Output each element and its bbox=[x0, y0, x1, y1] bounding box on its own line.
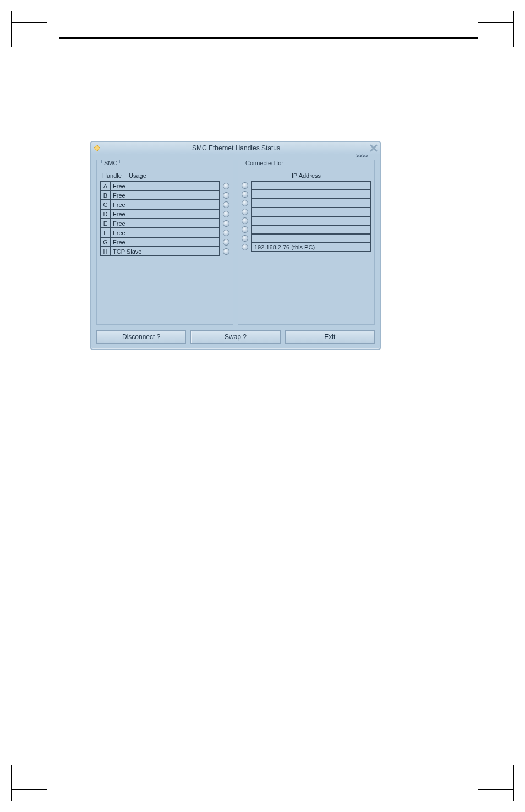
dialog-title: SMC Ethernet Handles Status bbox=[103, 144, 369, 152]
handle-cell: B bbox=[101, 191, 111, 200]
smc-panel: SMC Handle Usage A Free B Free bbox=[96, 160, 233, 325]
crop-mark bbox=[11, 22, 47, 23]
ip-cell bbox=[251, 208, 371, 216]
ip-radio[interactable] bbox=[242, 200, 248, 206]
handle-row: E Free bbox=[100, 219, 229, 228]
ip-cell bbox=[251, 225, 371, 234]
app-icon bbox=[93, 144, 101, 152]
usage-cell: Free bbox=[111, 182, 220, 190]
handle-radio[interactable] bbox=[223, 248, 229, 255]
ethernet-handles-dialog: SMC Ethernet Handles Status SMC Handle U… bbox=[90, 141, 381, 350]
ip-row bbox=[242, 234, 371, 243]
ip-radio[interactable] bbox=[242, 235, 248, 242]
handle-row: C Free bbox=[100, 200, 229, 209]
titlebar[interactable]: SMC Ethernet Handles Status bbox=[91, 142, 380, 154]
col-header-usage: Usage bbox=[124, 172, 229, 179]
connected-to-panel: >>>> Connected to: IP Address bbox=[238, 160, 375, 325]
crop-mark bbox=[11, 789, 47, 790]
usage-cell: Free bbox=[111, 191, 220, 200]
handle-cell: H bbox=[101, 247, 111, 256]
swap-button[interactable]: Swap ? bbox=[190, 330, 280, 344]
ip-cell bbox=[251, 190, 371, 199]
col-header-ip: IP Address bbox=[242, 172, 371, 181]
ip-row bbox=[242, 190, 371, 199]
usage-cell: Free bbox=[111, 238, 220, 247]
ip-row bbox=[242, 208, 371, 216]
crop-mark bbox=[478, 789, 514, 790]
connected-panel-legend: Connected to: bbox=[243, 160, 286, 166]
chevrons-icon: >>>> bbox=[356, 152, 368, 159]
handle-cell: F bbox=[101, 228, 111, 237]
handle-cell: G bbox=[101, 238, 111, 247]
ip-cell bbox=[251, 216, 371, 225]
ip-radio[interactable] bbox=[242, 209, 248, 215]
crop-mark bbox=[11, 11, 12, 47]
handle-row: A Free bbox=[100, 181, 229, 190]
ip-radio[interactable] bbox=[242, 182, 248, 189]
exit-button[interactable]: Exit bbox=[285, 330, 375, 344]
handle-row: G Free bbox=[100, 237, 229, 247]
handle-cell: D bbox=[101, 210, 111, 219]
handle-row: H TCP Slave bbox=[100, 247, 229, 256]
close-icon[interactable] bbox=[369, 144, 378, 152]
handle-radio[interactable] bbox=[223, 220, 229, 227]
ip-radio[interactable] bbox=[242, 217, 248, 224]
ip-cell bbox=[251, 199, 371, 208]
usage-cell: TCP Slave bbox=[111, 247, 220, 256]
usage-cell: Free bbox=[111, 210, 220, 219]
usage-cell: Free bbox=[111, 200, 220, 209]
handle-cell: E bbox=[101, 219, 111, 228]
usage-cell: Free bbox=[111, 228, 220, 237]
col-header-handle: Handle bbox=[102, 172, 124, 179]
smc-panel-legend: SMC bbox=[101, 160, 120, 166]
ip-radio[interactable] bbox=[242, 244, 248, 250]
ip-row: 192.168.2.76 (this PC) bbox=[242, 243, 371, 252]
page-rule bbox=[59, 37, 478, 39]
crop-mark bbox=[11, 765, 12, 801]
handle-radio[interactable] bbox=[223, 192, 229, 199]
svg-marker-1 bbox=[94, 145, 100, 151]
handle-row: F Free bbox=[100, 228, 229, 237]
ip-radio[interactable] bbox=[242, 191, 248, 198]
ip-radio[interactable] bbox=[242, 226, 248, 233]
disconnect-button[interactable]: Disconnect ? bbox=[96, 330, 186, 344]
ip-cell bbox=[251, 181, 371, 190]
handle-cell: A bbox=[101, 182, 111, 190]
handle-radio[interactable] bbox=[223, 183, 229, 189]
crop-mark bbox=[513, 765, 514, 801]
ip-row bbox=[242, 225, 371, 234]
ip-cell bbox=[251, 234, 371, 243]
handle-row: B Free bbox=[100, 190, 229, 200]
handle-radio[interactable] bbox=[223, 211, 229, 217]
ip-row bbox=[242, 199, 371, 208]
crop-mark bbox=[513, 11, 514, 47]
crop-mark bbox=[478, 22, 514, 23]
handle-radio[interactable] bbox=[223, 239, 229, 246]
usage-cell: Free bbox=[111, 219, 220, 228]
handle-row: D Free bbox=[100, 209, 229, 219]
handle-radio[interactable] bbox=[223, 230, 229, 236]
ip-row bbox=[242, 216, 371, 225]
handle-radio[interactable] bbox=[223, 201, 229, 208]
ip-cell: 192.168.2.76 (this PC) bbox=[251, 243, 371, 252]
ip-row bbox=[242, 181, 371, 190]
handle-cell: C bbox=[101, 200, 111, 209]
